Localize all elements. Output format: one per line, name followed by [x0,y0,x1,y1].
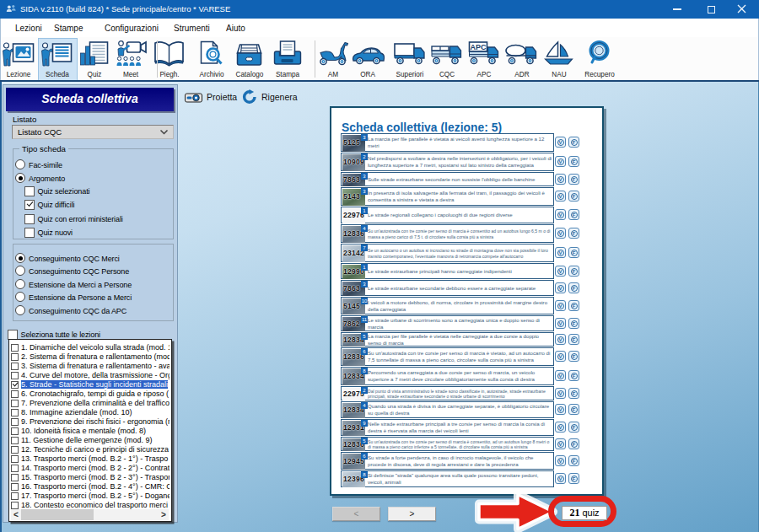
svg-text:APC: APC [470,43,487,51]
